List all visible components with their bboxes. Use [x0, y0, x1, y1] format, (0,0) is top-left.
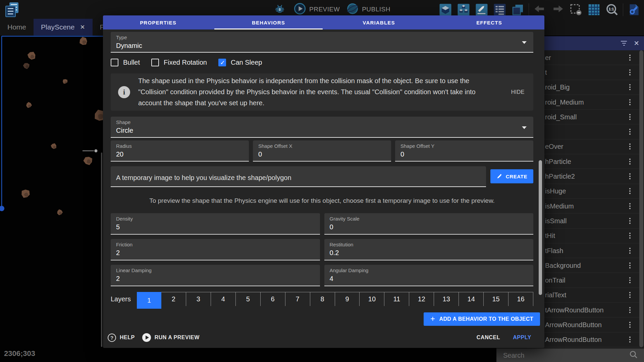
- field-value: 5: [116, 223, 315, 231]
- gravity-scale-field[interactable]: Gravity Scale0: [324, 213, 534, 235]
- properties-editor-icon[interactable]: [474, 2, 489, 17]
- angular-damping-field[interactable]: Angular Damping4: [324, 265, 534, 286]
- panel-scrollbar[interactable]: [639, 50, 643, 347]
- apply-button[interactable]: APPLY: [510, 332, 534, 343]
- layer-cell-12[interactable]: 12: [409, 292, 434, 306]
- friction-field[interactable]: Friction2: [111, 239, 320, 260]
- editor-tab-home[interactable]: Home: [0, 19, 34, 36]
- radius-field[interactable]: Radius20: [111, 140, 249, 162]
- object-name: roid_Big: [545, 83, 570, 91]
- kebab-menu-icon[interactable]: [629, 322, 631, 328]
- scene-properties-icon[interactable]: [627, 2, 641, 17]
- kebab-menu-icon[interactable]: [629, 143, 631, 149]
- layer-cell-10[interactable]: 10: [359, 292, 384, 306]
- kebab-menu-icon[interactable]: [629, 114, 631, 120]
- layer-cell-8[interactable]: 8: [310, 292, 335, 306]
- layer-cell-16[interactable]: 16: [508, 292, 533, 306]
- density-field[interactable]: Density5: [111, 213, 320, 235]
- layer-cell-11[interactable]: 11: [384, 292, 409, 306]
- layer-cell-1[interactable]: 1: [137, 292, 161, 309]
- zoom-1-1-icon[interactable]: 1:1: [605, 2, 620, 17]
- type-select[interactable]: Type Dynamic: [111, 32, 533, 53]
- editor-tab-playscene[interactable]: PlayScene✕: [34, 19, 93, 36]
- kebab-menu-icon[interactable]: [629, 84, 631, 90]
- kebab-menu-icon[interactable]: [629, 248, 631, 254]
- layer-cell-9[interactable]: 9: [335, 292, 360, 306]
- filter-icon[interactable]: [621, 41, 627, 46]
- search-input[interactable]: Search: [503, 352, 629, 359]
- kebab-menu-icon[interactable]: [629, 69, 631, 75]
- kebab-menu-icon[interactable]: [629, 188, 631, 194]
- shape-select[interactable]: Shape Circle: [111, 117, 533, 138]
- dialog-tab-variables[interactable]: VARIABLES: [324, 15, 434, 29]
- plus-icon: +: [430, 314, 435, 323]
- grid-icon[interactable]: [587, 2, 601, 17]
- info-text: The shape used in the Physics behavior i…: [138, 75, 480, 109]
- kebab-menu-icon[interactable]: [629, 262, 631, 268]
- field-value: 4: [330, 275, 528, 283]
- bullet-checkbox[interactable]: Bullet: [111, 59, 140, 66]
- object-name: rialText: [545, 291, 566, 299]
- add-behavior-button[interactable]: + ADD A BEHAVIOR TO THE OBJECT: [424, 312, 540, 326]
- cancel-button[interactable]: CANCEL: [474, 332, 503, 343]
- kebab-menu-icon[interactable]: [629, 129, 631, 135]
- preview-button[interactable]: PREVIEW: [294, 3, 340, 16]
- layer-cell-3[interactable]: 3: [186, 292, 211, 306]
- undo-icon[interactable]: [532, 2, 547, 17]
- help-button[interactable]: ? HELP: [108, 334, 135, 342]
- checkbox-icon: [218, 59, 226, 66]
- project-manager-icon[interactable]: [3, 1, 20, 18]
- can-sleep-checkbox[interactable]: Can Sleep: [218, 59, 262, 66]
- layer-cell-15[interactable]: 15: [483, 292, 508, 306]
- layer-cell-13[interactable]: 13: [434, 292, 459, 306]
- object-name: isSmall: [545, 217, 567, 225]
- objects-editor-icon[interactable]: [438, 2, 453, 17]
- kebab-menu-icon[interactable]: [629, 307, 631, 313]
- deselect-icon[interactable]: [569, 2, 583, 17]
- debug-icon[interactable]: [272, 2, 287, 17]
- restitution-field[interactable]: Restitution0.2: [324, 239, 534, 260]
- create-button[interactable]: CREATE: [490, 169, 533, 183]
- kebab-menu-icon[interactable]: [629, 159, 631, 165]
- instances-list-icon[interactable]: [492, 2, 507, 17]
- kebab-menu-icon[interactable]: [629, 218, 631, 224]
- layer-cell-4[interactable]: 4: [211, 292, 235, 306]
- publish-button[interactable]: PUBLISH: [346, 3, 390, 16]
- dialog-tab-effects[interactable]: EFFECTS: [434, 15, 544, 29]
- dialog-footer: ? HELP RUN A PREVIEW CANCEL APPLY: [103, 327, 544, 348]
- temp-image-field[interactable]: A temporary image to help you visualize …: [111, 166, 486, 187]
- kebab-menu-icon[interactable]: [629, 292, 631, 298]
- shape-offset-y-field[interactable]: Shape Offset Y0: [395, 140, 533, 162]
- hide-button[interactable]: HIDE: [508, 86, 527, 98]
- instance-marker-dot[interactable]: [95, 149, 98, 153]
- object-groups-icon[interactable]: [456, 2, 471, 17]
- dialog-scrollbar[interactable]: [539, 160, 542, 295]
- layer-cell-14[interactable]: 14: [459, 292, 483, 306]
- fixed-rotation-checkbox[interactable]: Fixed Rotation: [151, 59, 207, 66]
- object-name: hParticle2: [545, 173, 575, 180]
- kebab-menu-icon[interactable]: [629, 99, 631, 105]
- layer-cell-5[interactable]: 5: [235, 292, 260, 306]
- selection-handle[interactable]: [0, 206, 4, 211]
- run-preview-button[interactable]: RUN A PREVIEW: [142, 333, 200, 342]
- kebab-menu-icon[interactable]: [629, 55, 631, 61]
- dialog-tab-properties[interactable]: PROPERTIES: [103, 15, 213, 29]
- object-name: tHit: [545, 232, 555, 240]
- kebab-menu-icon[interactable]: [629, 337, 631, 343]
- layer-cell-2[interactable]: 2: [161, 292, 186, 306]
- run-preview-play-icon: [142, 333, 151, 342]
- scene-scrollbar[interactable]: [101, 153, 102, 347]
- kebab-menu-icon[interactable]: [629, 173, 631, 179]
- redo-icon[interactable]: [550, 2, 565, 17]
- kebab-menu-icon[interactable]: [629, 203, 631, 209]
- close-panel-icon[interactable]: ✕: [634, 40, 639, 47]
- close-tab-icon[interactable]: ✕: [80, 23, 85, 31]
- shape-offset-x-field[interactable]: Shape Offset X0: [253, 140, 391, 162]
- dialog-tab-behaviors[interactable]: BEHAVIORS: [213, 15, 324, 29]
- layer-cell-7[interactable]: 7: [285, 292, 310, 306]
- linear-damping-field[interactable]: Linear Damping2: [111, 265, 320, 286]
- kebab-menu-icon[interactable]: [629, 233, 631, 239]
- layers-editor-icon[interactable]: [511, 2, 525, 17]
- layer-cell-6[interactable]: 6: [260, 292, 285, 306]
- kebab-menu-icon[interactable]: [629, 277, 631, 283]
